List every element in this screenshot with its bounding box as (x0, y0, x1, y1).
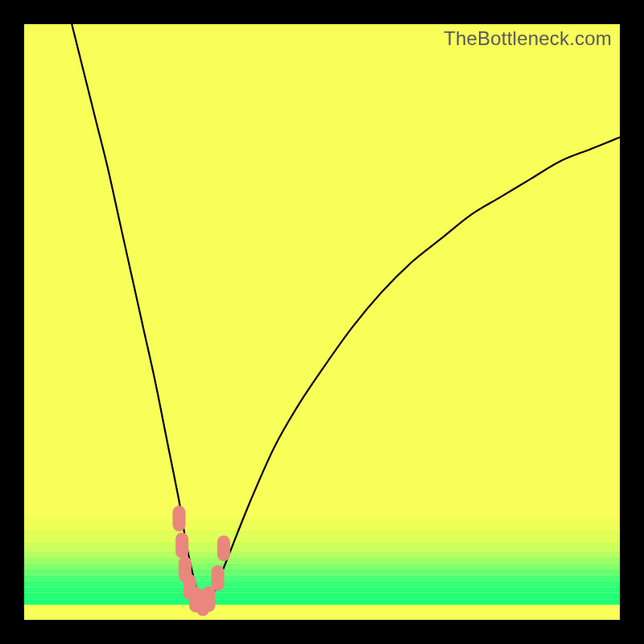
curve-markers (24, 24, 620, 620)
plot-area: TheBottleneck.com (24, 24, 620, 620)
marker (217, 535, 230, 561)
marker (202, 586, 215, 612)
marker (175, 533, 188, 559)
watermark-text: TheBottleneck.com (444, 27, 612, 50)
marker (172, 506, 185, 531)
marker (212, 565, 225, 591)
